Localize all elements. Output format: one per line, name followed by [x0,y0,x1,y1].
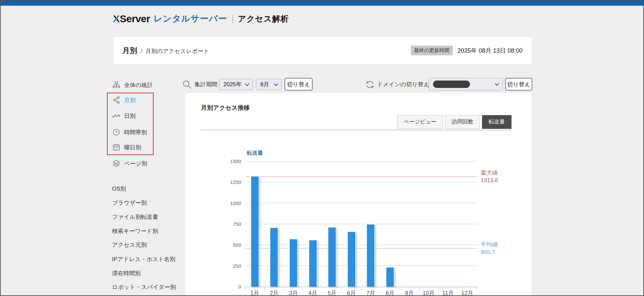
x-axis-label: 8月 [380,289,400,296]
chart-section-title: 月別アクセス推移 [201,104,250,112]
average-line [245,248,477,249]
layers-icon [112,159,120,167]
x-axis-label: 7月 [361,289,381,296]
breadcrumb-bar: 月別 / 月別のアクセスレポート 最終の更新時間 2025年 08月 13日 0… [113,37,532,64]
chart-panel: 月別アクセス推移 ページビュー訪問回数転送量 転送量 0250500750100… [185,93,532,296]
x-axis-label: 6月 [342,289,361,296]
last-updated-value: 2025年 08月 13日 08:00 [458,47,523,55]
sidebar-item-12[interactable]: IPアドレス・ホスト名別 [112,255,175,263]
month-select-value: 8月 [260,81,269,88]
sidebar-item-3[interactable]: 日別 [112,111,136,120]
gridline [245,161,477,161]
gridline [245,203,477,203]
max-line [245,176,477,177]
x-axis-label: 4月 [303,289,323,296]
gridline [245,245,477,245]
tab-3[interactable]: 転送量 [482,115,512,129]
gridline [245,265,477,266]
sidebar-item-9[interactable]: ファイル別転送量 [112,212,158,221]
bar-4月[interactable] [309,240,317,287]
tab-1[interactable]: ページビュー [397,115,443,129]
x-axis-label: 10月 [419,289,438,296]
logo-divider [232,14,233,23]
bar-8月[interactable] [386,267,394,287]
breadcrumb-title: 月別のアクセスレポート [146,47,209,55]
sidebar-item-7[interactable]: OS別 [112,184,126,193]
sidebar-item-label: IPアドレス・ホスト名別 [112,255,175,263]
sidebar-item-2[interactable]: 月別 [112,96,136,104]
x-axis-label: 3月 [284,289,303,296]
chevron-down-icon [495,82,499,86]
panel-divider [201,130,512,130]
search-icon [182,80,192,89]
redacted-domain-value [433,81,470,88]
year-select[interactable]: 2025年 [219,79,253,90]
period-label: 集計期間 [195,79,217,90]
sidebar-item-4[interactable]: 時間帯別 [112,128,147,137]
sidebar-item-1[interactable]: 全体の統計 [112,81,153,89]
y-axis-tick-label: 750 [220,221,241,227]
sidebar-item-5[interactable]: 曜日別 [112,143,141,152]
sidebar-item-13[interactable]: 滞在時間別 [112,269,141,278]
sidebar-item-label: 曜日別 [124,144,141,151]
sidebar-item-label: OS別 [112,185,126,193]
sidebar-item-label: アクセス元別 [112,241,147,249]
metric-tabs: ページビュー訪問回数転送量 [397,115,512,129]
share-icon [112,96,120,104]
y-axis-tick-label: 250 [220,263,241,268]
period-switch-button[interactable]: 切り替え [284,78,313,91]
top-accent-bar [1,1,643,6]
domain-switch-button[interactable]: 切り替え [505,78,532,91]
domain-select[interactable] [429,78,503,91]
y-axis-title: 転送量 [247,150,263,157]
year-select-value: 2025年 [223,81,242,88]
x-axis-label: 12月 [458,289,477,296]
sidebar-item-14[interactable]: ロボット・スパイダー別 [112,283,176,291]
sitemap-icon [112,81,120,89]
max-line-label: 最大値1313.6 [481,169,498,184]
sidebar-item-8[interactable]: ブラウザー別 [112,198,147,207]
y-axis-tick-label: 1250 [220,179,241,185]
month-select[interactable]: 8月 [256,79,282,90]
last-updated: 最終の更新時間 2025年 08月 13日 08:00 [411,46,523,55]
bar-7月[interactable] [366,225,375,287]
xserver-logo: X [113,13,120,24]
sidebar-item-11[interactable]: アクセス元別 [112,240,147,249]
chevron-down-icon [245,82,249,86]
bar-6月[interactable] [347,232,356,287]
bar-2月[interactable] [270,228,278,287]
tab-2[interactable]: 訪問回数 [445,115,480,129]
x-axis-label: 9月 [400,289,419,296]
sidebar-item-label: ファイル別転送量 [112,213,158,221]
bar-5月[interactable] [328,228,336,287]
bar-1月[interactable] [251,177,259,287]
xserver-logo-text: Server [120,13,150,24]
x-axis-line [245,287,477,287]
y-axis-tick-label: 1000 [220,200,241,206]
breadcrumb: 月別 / 月別のアクセスレポート [122,46,209,56]
sidebar-item-6[interactable]: ページ別 [112,159,147,168]
bar-3月[interactable] [289,239,298,287]
breadcrumb-separator: / [141,48,142,55]
clock-icon [112,128,120,136]
bar-chart: 転送量 0250500750100012501500最大値1313.6平均値45… [245,161,477,287]
chevron-down-icon [274,82,278,86]
x-axis-label: 11月 [438,289,458,296]
x-axis-label: 1月 [245,289,265,296]
header: XServer レンタルサーバー アクセス解析 [113,13,289,24]
sidebar-item-label: ページ別 [124,160,147,167]
last-updated-badge: 最終の更新時間 [411,46,453,55]
pulse-icon [112,112,120,120]
average-line-label: 平均値455.7 [481,241,498,256]
refresh-icon [365,80,375,89]
x-axis-label: 2月 [265,289,284,296]
x-axis-label: 5月 [322,289,342,296]
breadcrumb-section: 月別 [122,46,137,56]
y-axis-tick-label: 500 [220,242,241,248]
sidebar-item-10[interactable]: 検索キーワード別 [112,227,158,235]
gridline [245,182,477,182]
sidebar-item-label: ブラウザー別 [112,199,147,207]
sidebar-item-label: 日別 [124,112,136,120]
sidebar-item-label: 滞在時間別 [112,269,141,277]
domain-switch-label: ドメインの切り替え [377,79,429,90]
